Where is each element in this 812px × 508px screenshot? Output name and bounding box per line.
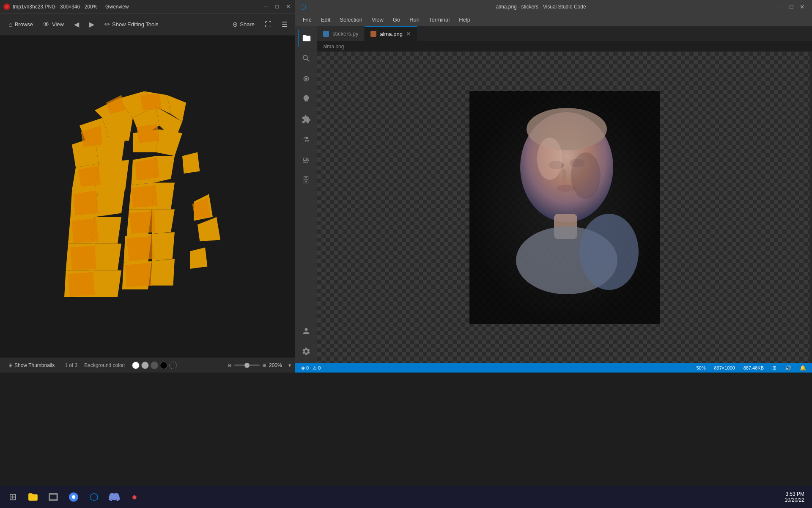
files-icon xyxy=(302,33,311,43)
activity-settings[interactable] xyxy=(298,343,315,360)
taskbar-files[interactable] xyxy=(24,488,42,506)
zoom-in-icon[interactable]: ⊕ xyxy=(262,362,266,368)
minimize-button[interactable]: ─ xyxy=(261,2,271,11)
hamburger-button[interactable]: ☰ xyxy=(277,18,292,30)
share-button[interactable]: ⊕ Share xyxy=(228,18,259,30)
tab-stickers-py[interactable]: stickers.py xyxy=(317,26,365,41)
zoom-value: 200% xyxy=(269,362,286,368)
zoom-out-icon[interactable]: ⊖ xyxy=(228,362,232,368)
tab-stickers-py-label: stickers.py xyxy=(332,30,358,37)
vscode-statusbar: ⊗ 0 ⚠ 0 50% 867×1000 887.48KB ⊞ 🔊 🔔 xyxy=(295,363,812,373)
vscode-minimize-button[interactable]: ─ xyxy=(776,2,785,11)
fullscreen-icon: ⛶ xyxy=(265,21,272,28)
menu-run[interactable]: Run xyxy=(405,15,424,25)
vscode-body: ⚗ 🖳 🗄 stickers.py xyxy=(295,26,812,363)
statue-svg xyxy=(469,91,660,324)
taskbar-vscode[interactable]: ⬡ xyxy=(85,488,103,506)
menu-selection[interactable]: Selection xyxy=(335,15,366,25)
taskbar-terminal[interactable] xyxy=(44,488,63,506)
view-icon: 👁 xyxy=(43,21,50,28)
hamburger-icon: ☰ xyxy=(282,20,288,28)
white-swatch[interactable] xyxy=(132,362,140,369)
menu-help[interactable]: Help xyxy=(455,15,475,25)
activity-search[interactable] xyxy=(298,50,315,67)
activity-extensions[interactable] xyxy=(298,111,315,128)
titlebar-left: tmp1vn3hc23.PNG - 300×346 - 200% — Gwenv… xyxy=(3,3,129,10)
menu-view[interactable]: View xyxy=(368,15,388,25)
gwenview-window: tmp1vn3hc23.PNG - 300×346 - 200% — Gwenv… xyxy=(0,0,296,373)
statusbar-audio-icon[interactable]: 🔊 xyxy=(783,365,793,371)
fullscreen-button[interactable]: ⛶ xyxy=(261,19,276,30)
statusbar-dimensions[interactable]: 867×1000 xyxy=(712,365,736,370)
show-thumbnails-label: Show Thumbnails xyxy=(14,362,55,368)
taskbar-app2[interactable]: ● xyxy=(125,488,144,506)
taskbar-discord[interactable] xyxy=(105,488,123,506)
vscode-menubar: File Edit Selection View Go Run Terminal… xyxy=(295,14,812,26)
share-label: Share xyxy=(240,21,255,28)
dark-gray-swatch[interactable] xyxy=(151,362,158,369)
zoom-slider[interactable] xyxy=(234,364,260,366)
scrollbar[interactable] xyxy=(809,52,812,363)
browse-button[interactable]: ⌂ Browse xyxy=(4,19,37,30)
svg-point-71 xyxy=(72,495,76,499)
taskbar-chrome[interactable] xyxy=(64,488,83,506)
gwenview-toolbar: ⌂ Browse 👁 View ◀ ▶ ✏ Show Editing Tools… xyxy=(0,14,296,36)
transparent-swatch[interactable] xyxy=(169,362,177,369)
activity-explorer[interactable] xyxy=(298,30,315,47)
svg-marker-49 xyxy=(68,272,95,297)
python-file-icon xyxy=(323,31,329,37)
activity-git[interactable] xyxy=(298,70,315,87)
vscode-maximize-button[interactable]: □ xyxy=(787,2,796,11)
svg-marker-47 xyxy=(70,246,96,271)
gwenview-titlebar: tmp1vn3hc23.PNG - 300×346 - 200% — Gwenv… xyxy=(0,0,296,14)
view-button[interactable]: 👁 View xyxy=(39,19,68,30)
svg-point-63 xyxy=(557,185,575,192)
maximize-button[interactable]: □ xyxy=(272,2,282,11)
vscode-close-button[interactable]: ✕ xyxy=(798,2,807,11)
svg-marker-14 xyxy=(95,160,129,190)
statusbar-notification-icon[interactable]: 🔔 xyxy=(798,365,808,371)
taskbar-clock: 3:53 PM 10/20/22 xyxy=(785,491,809,503)
light-gray-swatch[interactable] xyxy=(141,362,149,369)
statusbar-filesize[interactable]: 887.48KB xyxy=(742,365,765,370)
activity-account[interactable] xyxy=(298,323,315,340)
taskbar: ⊞ ⬡ ● 3:53 PM 10/20/22 xyxy=(0,486,812,508)
svg-marker-36 xyxy=(182,152,200,174)
activity-testing[interactable]: ⚗ xyxy=(298,131,315,148)
menu-edit[interactable]: Edit xyxy=(317,15,335,25)
tab-alma-png[interactable]: alma.png ✕ xyxy=(365,26,417,41)
debug-icon xyxy=(302,94,311,104)
activity-bar-bottom xyxy=(298,323,315,360)
statusbar-zoom[interactable]: 50% xyxy=(694,365,707,370)
tab-close-button[interactable]: ✕ xyxy=(406,30,411,37)
activity-debug[interactable] xyxy=(298,91,315,108)
statusbar-remote-icon[interactable]: ⊞ xyxy=(771,365,778,371)
pencil-icon: ✏ xyxy=(104,20,110,28)
home-icon: ⌂ xyxy=(8,21,13,28)
menu-go[interactable]: Go xyxy=(389,15,404,25)
zoom-controls: ⊖ ⊕ 200% ▾ xyxy=(228,362,291,368)
vscode-title: alma.png - stickers - Visual Studio Code xyxy=(496,4,586,10)
activity-remote[interactable]: 🖳 xyxy=(298,152,315,168)
svg-marker-48 xyxy=(127,236,154,261)
black-swatch[interactable] xyxy=(160,362,167,369)
show-editing-tools-button[interactable]: ✏ Show Editing Tools xyxy=(100,18,163,30)
taskbar-start[interactable]: ⊞ xyxy=(3,488,22,506)
statusbar-errors[interactable]: ⊗ 0 ⚠ 0 xyxy=(299,365,322,371)
svg-marker-44 xyxy=(131,185,158,208)
activity-bar: ⚗ 🖳 🗄 xyxy=(295,26,317,363)
menu-file[interactable]: File xyxy=(299,15,316,25)
zoom-dropdown-icon[interactable]: ▾ xyxy=(288,362,291,368)
tab-alma-png-label: alma.png xyxy=(380,31,402,37)
search-icon xyxy=(302,54,311,63)
menu-terminal[interactable]: Terminal xyxy=(425,15,454,25)
next-button[interactable]: ▶ xyxy=(85,18,99,30)
sticker-art-image xyxy=(34,57,262,336)
activity-database[interactable]: 🗄 xyxy=(298,172,315,189)
show-thumbnails-button[interactable]: ⊞ Show Thumbnails xyxy=(5,362,58,369)
vscode-window: ⬡ alma.png - stickers - Visual Studio Co… xyxy=(295,0,812,373)
close-button[interactable]: ✕ xyxy=(283,2,293,11)
view-label: View xyxy=(52,21,64,28)
prev-button[interactable]: ◀ xyxy=(70,18,83,30)
editor-area: stickers.py alma.png ✕ alma.png xyxy=(317,26,812,363)
